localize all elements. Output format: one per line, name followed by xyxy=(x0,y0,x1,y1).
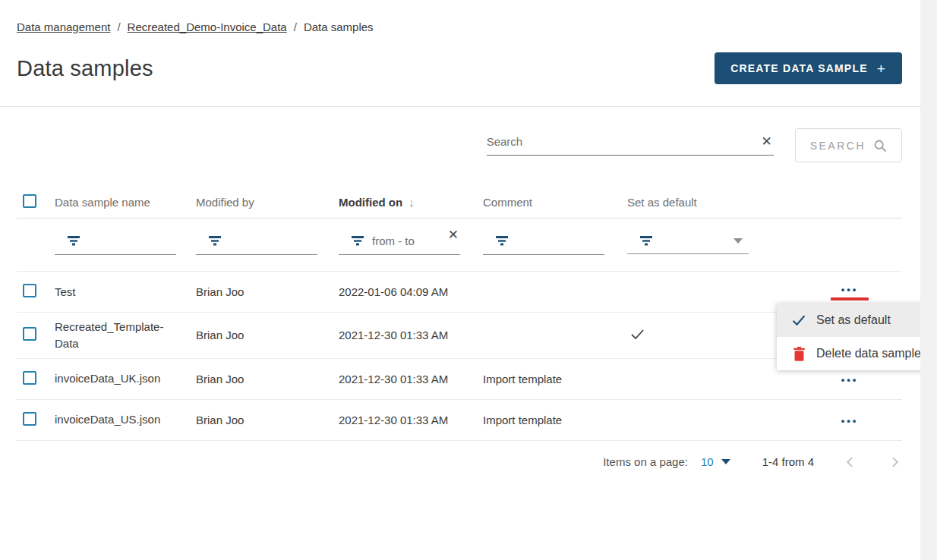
search-row: ✕ SEARCH xyxy=(17,128,902,162)
table-body: Test Brian Joo 2022-01-06 04:09 AM ••• R… xyxy=(17,272,902,441)
select-all-checkbox[interactable] xyxy=(23,194,36,208)
menu-item-label: Delete data sample xyxy=(816,347,921,360)
search-button-label: SEARCH xyxy=(810,140,866,152)
filter-date-range-input[interactable] xyxy=(372,234,425,247)
next-page-button[interactable] xyxy=(887,455,902,470)
filter-name-input[interactable] xyxy=(88,234,141,247)
trash-icon xyxy=(791,347,806,361)
breadcrumb-separator: / xyxy=(117,20,120,33)
breadcrumb: Data management/Recreated_Demo-Invoice_D… xyxy=(17,0,902,33)
previous-page-button[interactable] xyxy=(843,455,858,470)
data-samples-table: Data sample name Modified by Modified on… xyxy=(17,187,902,441)
items-per-page-label: Items on a page: xyxy=(603,455,688,468)
cell-data-sample-name: invoiceData_US.json xyxy=(55,405,196,434)
filter-icon[interactable] xyxy=(351,235,364,247)
filter-icon[interactable] xyxy=(67,235,80,247)
cell-modified-on: 2021-12-30 01:33 AM xyxy=(339,367,483,392)
cell-modified-on: 2021-12-30 01:33 AM xyxy=(339,322,483,348)
kebab-icon: ••• xyxy=(841,286,859,294)
column-header-set-as-default: Set as default xyxy=(627,196,771,209)
menu-item-label: Set as default xyxy=(816,313,891,327)
cell-modified-on: 2022-01-06 04:09 AM xyxy=(339,279,483,304)
create-data-sample-button[interactable]: CREATE DATA SAMPLE + xyxy=(715,52,902,84)
default-check-icon xyxy=(630,329,645,340)
breadcrumb-link-project[interactable]: Recreated_Demo-Invoice_Data xyxy=(128,20,287,33)
row-checkbox[interactable] xyxy=(23,412,36,426)
filter-icon[interactable] xyxy=(495,235,509,247)
filter-modified-on: ✕ xyxy=(339,234,460,255)
header-divider xyxy=(0,106,937,107)
column-header-comment: Comment xyxy=(483,196,627,209)
page-container: Data management/Recreated_Demo-Invoice_D… xyxy=(0,0,937,470)
search-icon xyxy=(873,139,887,153)
breadcrumb-current: Data samples xyxy=(304,20,374,33)
filter-data-sample-name xyxy=(55,234,176,255)
column-header-data-sample-name: Data sample name xyxy=(55,196,196,209)
menu-item-set-as-default[interactable]: Set as default xyxy=(777,304,934,337)
row-menu-button[interactable]: ••• xyxy=(841,373,859,384)
filter-modified-by xyxy=(196,234,317,255)
table-header-row: Data sample name Modified by Modified on… xyxy=(17,187,902,219)
kebab-icon: ••• xyxy=(841,417,859,425)
page-size-value: 10 xyxy=(701,455,714,468)
column-header-modified-by: Modified by xyxy=(196,196,339,209)
kebab-icon: ••• xyxy=(841,376,859,384)
table-filter-row: ✕ xyxy=(17,219,902,272)
table-row: Test Brian Joo 2022-01-06 04:09 AM ••• xyxy=(17,272,902,313)
chevron-down-icon xyxy=(721,459,730,464)
filter-comment-input[interactable] xyxy=(516,234,569,247)
cell-modified-by: Brian Joo xyxy=(196,407,339,433)
cell-comment xyxy=(483,329,627,341)
row-checkbox[interactable] xyxy=(23,371,36,385)
cell-modified-by: Brian Joo xyxy=(196,322,339,348)
scrollbar-track[interactable] xyxy=(920,0,937,560)
search-clear-icon[interactable]: ✕ xyxy=(759,135,773,148)
filter-set-as-default xyxy=(627,235,749,254)
chevron-down-icon[interactable] xyxy=(734,238,743,244)
filter-icon[interactable] xyxy=(208,235,222,247)
cell-modified-by: Brian Joo xyxy=(196,367,339,392)
sort-desc-icon: ↓ xyxy=(409,196,415,209)
row-menu-button[interactable]: ••• xyxy=(831,283,869,300)
filter-icon[interactable] xyxy=(639,235,653,247)
column-header-modified-on[interactable]: Modified on↓ xyxy=(339,196,483,209)
search-input[interactable] xyxy=(487,135,760,148)
filter-modified-by-input[interactable] xyxy=(229,234,282,247)
cell-data-sample-name: Test xyxy=(55,278,196,307)
search-field: ✕ xyxy=(487,135,774,156)
cell-modified-on: 2021-12-30 01:33 AM xyxy=(339,407,483,433)
page-size-select[interactable]: 10 xyxy=(701,455,730,468)
page-title: Data samples xyxy=(17,56,153,81)
breadcrumb-separator: / xyxy=(294,20,297,33)
plus-icon: + xyxy=(877,61,886,76)
row-checkbox[interactable] xyxy=(23,327,36,341)
row-context-menu: Set as default Delete data sample xyxy=(777,304,934,370)
pagination: Items on a page: 10 1-4 from 4 xyxy=(17,455,902,470)
row-checkbox[interactable] xyxy=(23,284,36,297)
check-icon xyxy=(791,313,806,327)
cell-modified-by: Brian Joo xyxy=(196,279,339,304)
cell-comment xyxy=(483,286,627,298)
table-row: Recreated_Template-Data Brian Joo 2021-1… xyxy=(17,313,902,359)
menu-item-delete-data-sample[interactable]: Delete data sample xyxy=(777,337,934,370)
filter-clear-icon[interactable]: ✕ xyxy=(446,228,460,241)
cell-comment: Import template xyxy=(483,407,627,433)
create-button-label: CREATE DATA SAMPLE xyxy=(730,62,868,74)
breadcrumb-link-data-management[interactable]: Data management xyxy=(17,20,110,33)
cell-data-sample-name: invoiceData_UK.json xyxy=(55,364,196,393)
table-row: invoiceData_UK.json Brian Joo 2021-12-30… xyxy=(17,359,902,400)
pagination-range: 1-4 from 4 xyxy=(762,455,814,468)
search-button[interactable]: SEARCH xyxy=(795,128,902,162)
cell-data-sample-name: Recreated_Template-Data xyxy=(55,313,196,358)
row-menu-button[interactable]: ••• xyxy=(841,414,859,425)
cell-comment: Import template xyxy=(483,367,627,392)
filter-comment xyxy=(483,234,604,255)
title-row: Data samples CREATE DATA SAMPLE + xyxy=(17,52,902,84)
table-row: invoiceData_US.json Brian Joo 2021-12-30… xyxy=(17,400,902,441)
